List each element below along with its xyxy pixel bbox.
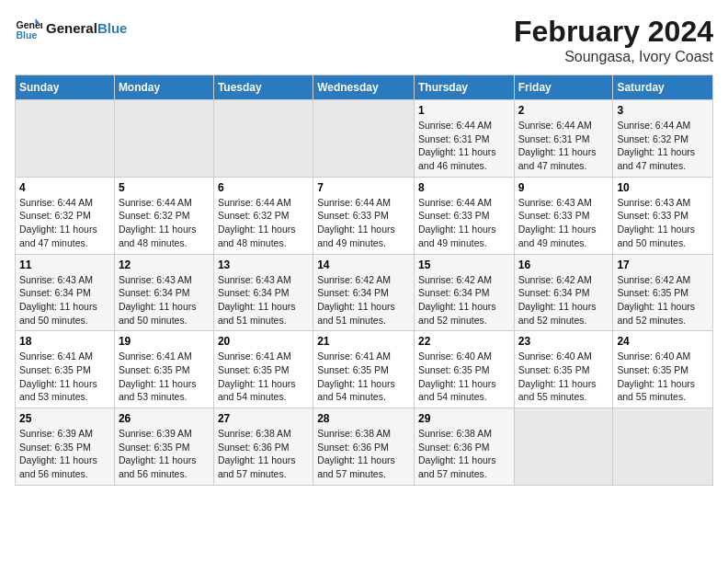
day-info: Sunrise: 6:39 AMSunset: 6:35 PMDaylight:… [19, 427, 110, 481]
day-info: Sunrise: 6:40 AMSunset: 6:35 PMDaylight:… [418, 350, 510, 404]
day-info: Sunrise: 6:39 AMSunset: 6:35 PMDaylight:… [119, 427, 210, 481]
calendar-cell: 2Sunrise: 6:44 AMSunset: 6:31 PMDaylight… [514, 100, 613, 178]
day-info: Sunrise: 6:44 AMSunset: 6:32 PMDaylight:… [19, 196, 110, 250]
day-number: 16 [518, 259, 609, 271]
day-number: 25 [19, 412, 110, 425]
header-day-sunday: Sunday [16, 75, 115, 100]
calendar-cell [213, 100, 313, 178]
calendar-cell: 15Sunrise: 6:42 AMSunset: 6:34 PMDayligh… [414, 254, 514, 331]
day-info: Sunrise: 6:44 AMSunset: 6:32 PMDaylight:… [218, 196, 309, 250]
calendar-cell [313, 100, 415, 178]
day-number: 21 [317, 335, 410, 348]
calendar-cell: 3Sunrise: 6:44 AMSunset: 6:32 PMDaylight… [613, 100, 713, 178]
header-day-wednesday: Wednesday [313, 75, 415, 100]
day-info: Sunrise: 6:44 AMSunset: 6:33 PMDaylight:… [418, 196, 510, 250]
day-info: Sunrise: 6:44 AMSunset: 6:31 PMDaylight:… [418, 119, 510, 173]
day-number: 24 [617, 335, 709, 348]
calendar-cell: 16Sunrise: 6:42 AMSunset: 6:34 PMDayligh… [514, 254, 613, 331]
calendar-cell: 28Sunrise: 6:38 AMSunset: 6:36 PMDayligh… [313, 408, 415, 486]
calendar-cell: 14Sunrise: 6:42 AMSunset: 6:34 PMDayligh… [313, 254, 415, 331]
calendar-cell: 23Sunrise: 6:40 AMSunset: 6:35 PMDayligh… [514, 331, 613, 408]
header-day-tuesday: Tuesday [213, 75, 313, 100]
day-number: 17 [617, 259, 709, 271]
calendar-cell: 12Sunrise: 6:43 AMSunset: 6:34 PMDayligh… [114, 254, 213, 331]
title-area: February 2024 Soungasa, Ivory Coast [514, 15, 713, 65]
day-info: Sunrise: 6:42 AMSunset: 6:35 PMDaylight:… [617, 273, 709, 327]
logo-general: General [46, 20, 97, 36]
day-number: 12 [119, 259, 210, 271]
calendar-cell: 24Sunrise: 6:40 AMSunset: 6:35 PMDayligh… [613, 331, 713, 408]
svg-text:Blue: Blue [17, 29, 38, 40]
day-number: 18 [19, 335, 110, 348]
day-info: Sunrise: 6:44 AMSunset: 6:32 PMDaylight:… [617, 119, 709, 173]
day-info: Sunrise: 6:43 AMSunset: 6:34 PMDaylight:… [218, 273, 309, 327]
day-number: 20 [218, 335, 309, 348]
calendar-cell: 6Sunrise: 6:44 AMSunset: 6:32 PMDaylight… [213, 177, 313, 254]
calendar-cell [114, 100, 213, 178]
calendar-cell: 10Sunrise: 6:43 AMSunset: 6:33 PMDayligh… [613, 177, 713, 254]
day-number: 3 [617, 104, 709, 117]
calendar-cell: 20Sunrise: 6:41 AMSunset: 6:35 PMDayligh… [213, 331, 313, 408]
calendar-cell: 17Sunrise: 6:42 AMSunset: 6:35 PMDayligh… [613, 254, 713, 331]
day-info: Sunrise: 6:41 AMSunset: 6:35 PMDaylight:… [317, 350, 410, 404]
logo: General Blue GeneralBlue [15, 15, 127, 42]
day-number: 8 [418, 181, 510, 194]
day-number: 9 [518, 181, 609, 194]
calendar-cell: 22Sunrise: 6:40 AMSunset: 6:35 PMDayligh… [414, 331, 514, 408]
day-info: Sunrise: 6:40 AMSunset: 6:35 PMDaylight:… [518, 350, 609, 404]
day-info: Sunrise: 6:44 AMSunset: 6:31 PMDaylight:… [518, 119, 609, 173]
calendar-table: SundayMondayTuesdayWednesdayThursdayFrid… [15, 75, 713, 486]
calendar-cell: 9Sunrise: 6:43 AMSunset: 6:33 PMDaylight… [514, 177, 613, 254]
day-number: 11 [19, 259, 110, 271]
calendar-cell: 19Sunrise: 6:41 AMSunset: 6:35 PMDayligh… [114, 331, 213, 408]
calendar-cell: 25Sunrise: 6:39 AMSunset: 6:35 PMDayligh… [16, 408, 115, 486]
day-info: Sunrise: 6:41 AMSunset: 6:35 PMDaylight:… [218, 350, 309, 404]
day-info: Sunrise: 6:42 AMSunset: 6:34 PMDaylight:… [518, 273, 609, 327]
day-number: 7 [317, 181, 410, 194]
day-number: 29 [418, 412, 510, 425]
header-day-thursday: Thursday [414, 75, 514, 100]
header: General Blue GeneralBlue February 2024 S… [15, 15, 713, 65]
calendar-week-5: 25Sunrise: 6:39 AMSunset: 6:35 PMDayligh… [16, 408, 713, 486]
day-info: Sunrise: 6:44 AMSunset: 6:32 PMDaylight:… [119, 196, 210, 250]
day-number: 15 [418, 259, 510, 271]
day-info: Sunrise: 6:43 AMSunset: 6:34 PMDaylight:… [19, 273, 110, 327]
calendar-cell: 5Sunrise: 6:44 AMSunset: 6:32 PMDaylight… [114, 177, 213, 254]
day-number: 13 [218, 259, 309, 271]
calendar-cell: 18Sunrise: 6:41 AMSunset: 6:35 PMDayligh… [16, 331, 115, 408]
logo-blue: Blue [97, 20, 128, 36]
day-number: 27 [218, 412, 309, 425]
day-number: 23 [518, 335, 609, 348]
calendar-header-row: SundayMondayTuesdayWednesdayThursdayFrid… [16, 75, 713, 100]
calendar-cell: 27Sunrise: 6:38 AMSunset: 6:36 PMDayligh… [213, 408, 313, 486]
page-title: February 2024 [514, 15, 713, 49]
calendar-cell: 26Sunrise: 6:39 AMSunset: 6:35 PMDayligh… [114, 408, 213, 486]
day-info: Sunrise: 6:38 AMSunset: 6:36 PMDaylight:… [317, 427, 410, 481]
calendar-cell: 4Sunrise: 6:44 AMSunset: 6:32 PMDaylight… [16, 177, 115, 254]
calendar-cell [16, 100, 115, 178]
day-number: 26 [119, 412, 210, 425]
calendar-cell: 21Sunrise: 6:41 AMSunset: 6:35 PMDayligh… [313, 331, 415, 408]
calendar-week-1: 1Sunrise: 6:44 AMSunset: 6:31 PMDaylight… [16, 100, 713, 178]
day-info: Sunrise: 6:42 AMSunset: 6:34 PMDaylight:… [418, 273, 510, 327]
day-number: 14 [317, 259, 410, 271]
calendar-cell [514, 408, 613, 486]
day-number: 28 [317, 412, 410, 425]
logo-icon: General Blue [15, 15, 42, 42]
calendar-cell [613, 408, 713, 486]
day-info: Sunrise: 6:40 AMSunset: 6:35 PMDaylight:… [617, 350, 709, 404]
calendar-week-2: 4Sunrise: 6:44 AMSunset: 6:32 PMDaylight… [16, 177, 713, 254]
day-number: 1 [418, 104, 510, 117]
calendar-cell: 13Sunrise: 6:43 AMSunset: 6:34 PMDayligh… [213, 254, 313, 331]
header-day-monday: Monday [114, 75, 213, 100]
day-info: Sunrise: 6:38 AMSunset: 6:36 PMDaylight:… [218, 427, 309, 481]
day-number: 19 [119, 335, 210, 348]
day-info: Sunrise: 6:38 AMSunset: 6:36 PMDaylight:… [418, 427, 510, 481]
calendar-cell: 8Sunrise: 6:44 AMSunset: 6:33 PMDaylight… [414, 177, 514, 254]
day-info: Sunrise: 6:42 AMSunset: 6:34 PMDaylight:… [317, 273, 410, 327]
page-subtitle: Soungasa, Ivory Coast [514, 49, 713, 65]
header-day-saturday: Saturday [613, 75, 713, 100]
day-info: Sunrise: 6:43 AMSunset: 6:33 PMDaylight:… [617, 196, 709, 250]
calendar-cell: 1Sunrise: 6:44 AMSunset: 6:31 PMDaylight… [414, 100, 514, 178]
day-info: Sunrise: 6:41 AMSunset: 6:35 PMDaylight:… [19, 350, 110, 404]
